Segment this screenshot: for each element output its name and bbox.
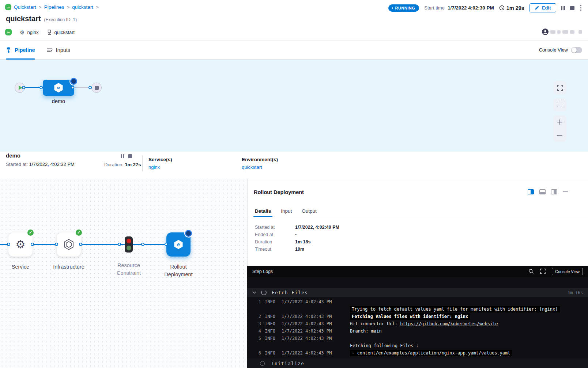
success-check-icon: ✓ bbox=[76, 229, 82, 236]
edge bbox=[33, 244, 57, 245]
minimize-panel-button[interactable] bbox=[563, 191, 568, 193]
step-label-resource-constraint: Resource Constraint bbox=[109, 262, 149, 277]
marquee-select-icon bbox=[557, 102, 563, 108]
canvas-fullscreen-button[interactable] bbox=[553, 81, 566, 94]
log-section-fetch-files[interactable]: Fetch Files 1m 16s bbox=[247, 288, 588, 297]
stage-node-demo[interactable]: ∞ bbox=[43, 80, 74, 96]
step-node-infrastructure[interactable] bbox=[57, 232, 81, 257]
start-time-value: 1/7/2022 4:02:30 PM bbox=[448, 5, 494, 11]
environment-link[interactable]: quickstart bbox=[242, 164, 278, 170]
tab-details[interactable]: Details bbox=[255, 206, 271, 216]
service-tag[interactable]: ⚙ nginx bbox=[20, 30, 39, 35]
log-line: 5 INFO 1/7/2022 4:02:43 PM bbox=[247, 335, 588, 342]
clock-icon bbox=[499, 5, 505, 11]
console-view-button[interactable]: Console View bbox=[552, 268, 583, 275]
redacted-text bbox=[557, 30, 561, 34]
services-column: Service(s) nginx bbox=[148, 157, 172, 170]
log-section-initialize[interactable]: Initialize bbox=[247, 358, 588, 368]
divider bbox=[248, 217, 588, 217]
cd-module-icon: ∞ bbox=[5, 29, 12, 35]
step-node-service[interactable]: ⚙ bbox=[8, 232, 33, 257]
start-time-label: Start time bbox=[424, 5, 445, 11]
stage-info-bar: demo Started at: 1/7/2022, 4:02:32 PM Du… bbox=[0, 152, 588, 179]
tab-inputs[interactable]: Inputs bbox=[47, 41, 71, 59]
search-icon[interactable] bbox=[528, 269, 534, 274]
services-label: Service(s) bbox=[148, 157, 172, 162]
log-section-name: Fetch Files bbox=[272, 290, 308, 295]
breadcrumb: ∞ Quickstart > Pipelines > quickstart > bbox=[5, 4, 99, 10]
stop-square-icon bbox=[95, 86, 99, 90]
execution-status-row: RUNNING Start time 1/7/2022 4:02:30 PM 1… bbox=[388, 3, 582, 12]
pencil-icon bbox=[535, 5, 539, 10]
divider bbox=[142, 155, 143, 171]
zoom-in-button[interactable] bbox=[553, 116, 566, 128]
redacted-text bbox=[550, 30, 555, 34]
delegate-icon bbox=[47, 30, 52, 35]
title-row: quickstart (Execution ID: 1) bbox=[6, 15, 77, 23]
node-port bbox=[88, 86, 92, 89]
layout-right-split-button[interactable] bbox=[528, 189, 534, 194]
step-logs-title: Step Logs bbox=[252, 269, 273, 274]
node-port bbox=[165, 243, 168, 246]
node-port bbox=[22, 86, 25, 89]
stage-duration: Duration: 1m 27s bbox=[104, 162, 141, 167]
step-running-spinner bbox=[185, 230, 192, 237]
breadcrumb-pipeline-name[interactable]: quickstart bbox=[72, 4, 93, 10]
traffic-light-green-icon bbox=[127, 246, 131, 250]
play-icon bbox=[19, 86, 22, 90]
edit-button[interactable]: Edit bbox=[529, 3, 556, 12]
console-view-toggle[interactable] bbox=[571, 47, 582, 53]
zoom-out-button[interactable] bbox=[553, 129, 566, 141]
chevron-down-icon bbox=[252, 291, 256, 294]
layout-panel-button[interactable] bbox=[551, 189, 557, 194]
svg-text:e: e bbox=[177, 242, 180, 247]
breadcrumb-separator: > bbox=[67, 4, 69, 10]
log-line: 4 INFO 1/7/2022 4:02:43 PM Branch: main bbox=[247, 327, 588, 335]
stage-pause-button[interactable] bbox=[121, 154, 124, 158]
layout-bottom-split-button[interactable] bbox=[539, 189, 546, 194]
tags-row: ∞ ⚙ nginx quickstart bbox=[5, 29, 75, 35]
tab-output[interactable]: Output bbox=[302, 206, 317, 216]
node-port bbox=[39, 86, 43, 89]
node-port bbox=[71, 86, 74, 89]
more-options-button[interactable] bbox=[580, 4, 583, 12]
expand-logs-icon[interactable] bbox=[540, 269, 546, 274]
node-port bbox=[79, 243, 82, 246]
page-title: quickstart bbox=[6, 15, 41, 23]
harness-logo-icon: ∞ bbox=[5, 4, 11, 10]
end-node[interactable] bbox=[91, 83, 102, 93]
infrastructure-hexagon-icon bbox=[63, 238, 75, 251]
stage-running-spinner bbox=[70, 78, 77, 85]
toggle-knob bbox=[572, 48, 577, 53]
environment-tag[interactable]: quickstart bbox=[47, 30, 75, 35]
stage-stop-button[interactable] bbox=[128, 154, 132, 158]
inputs-icon bbox=[47, 48, 53, 53]
edge bbox=[133, 244, 166, 245]
details-rows: Started at 1/7/2022, 4:02:40 PM Ended at… bbox=[255, 224, 339, 253]
node-port bbox=[31, 243, 34, 246]
redacted-text bbox=[562, 30, 568, 34]
node-port bbox=[141, 243, 144, 246]
stage-graph-canvas: ∞ demo bbox=[0, 60, 588, 152]
pause-execution-button[interactable] bbox=[561, 6, 565, 10]
stage-started-at: Started at: 1/7/2022, 4:02:32 PM bbox=[6, 162, 75, 167]
breadcrumb-project[interactable]: Quickstart bbox=[14, 4, 36, 10]
stop-execution-button[interactable] bbox=[570, 6, 574, 10]
execution-workspace: ⚙ ✓ ✓ e bbox=[0, 179, 588, 368]
breadcrumb-pipelines[interactable]: Pipelines bbox=[44, 4, 64, 10]
minus-icon bbox=[557, 132, 563, 138]
step-label-rollout-deployment: Rollout Deployment bbox=[158, 263, 199, 278]
step-logs-panel: Step Logs Console View Fetch Files 1m 16… bbox=[247, 266, 588, 368]
log-link[interactable]: https://github.com/kubernetes/website bbox=[400, 321, 498, 326]
detail-row: Ended at - bbox=[255, 231, 339, 238]
environments-label: Environment(s) bbox=[242, 157, 278, 162]
step-node-resource-constraint[interactable] bbox=[125, 236, 133, 253]
canvas-fit-button[interactable] bbox=[553, 98, 566, 111]
execution-id: (Execution ID: 1) bbox=[44, 17, 77, 22]
service-link[interactable]: nginx bbox=[148, 164, 172, 170]
node-port bbox=[118, 243, 121, 246]
panel-layout-controls bbox=[528, 189, 568, 194]
tab-pipeline[interactable]: Pipeline bbox=[6, 41, 35, 59]
tab-input[interactable]: Input bbox=[281, 206, 292, 216]
redacted-text bbox=[570, 30, 574, 34]
